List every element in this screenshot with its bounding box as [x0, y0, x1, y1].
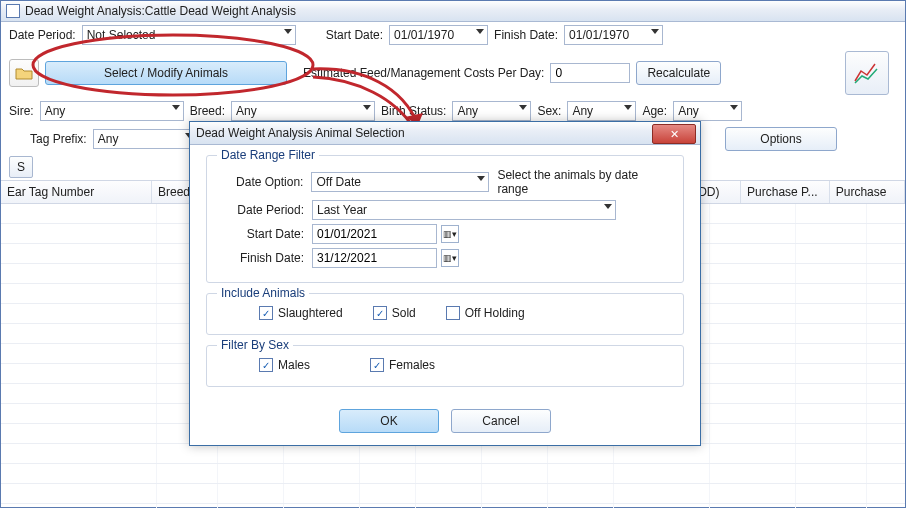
cancel-button[interactable]: Cancel: [451, 409, 551, 433]
sex-label: Sex:: [537, 104, 561, 118]
start-date-label: Start Date:: [326, 28, 383, 42]
ok-button[interactable]: OK: [339, 409, 439, 433]
tag-prefix-combo[interactable]: Any: [93, 129, 197, 149]
sold-checkbox[interactable]: Sold: [373, 306, 416, 320]
chevron-down-icon: [624, 105, 632, 110]
breed-label: Breed:: [190, 104, 225, 118]
dialog-footer: OK Cancel: [190, 403, 700, 445]
main-window: Dead Weight Analysis:Cattle Dead Weight …: [0, 0, 906, 508]
start-date-value: 01/01/1970: [394, 28, 454, 42]
s-button[interactable]: S: [9, 156, 33, 178]
females-checkbox[interactable]: Females: [370, 358, 435, 372]
chart-icon-button[interactable]: [845, 51, 889, 95]
chevron-down-icon: [730, 105, 738, 110]
dlg-date-period-label: Date Period:: [219, 203, 304, 217]
table-row[interactable]: [1, 504, 905, 508]
select-modify-animals-button[interactable]: Select / Modify Animals: [45, 61, 287, 85]
age-value: Any: [678, 104, 699, 118]
filter-row-dates: Date Period: Not Selected Start Date: 01…: [1, 22, 905, 48]
close-icon: ✕: [670, 128, 679, 141]
finish-date-label: Finish Date:: [494, 28, 558, 42]
breed-value: Any: [236, 104, 257, 118]
tag-prefix-value: Any: [98, 132, 119, 146]
col-ear-tag[interactable]: Ear Tag Number: [1, 181, 152, 203]
options-button[interactable]: Options: [725, 127, 837, 151]
options-label: Options: [760, 132, 801, 146]
chevron-down-icon: [476, 29, 484, 34]
tag-prefix-label: Tag Prefix:: [30, 132, 87, 146]
checkbox-icon: [446, 306, 460, 320]
folder-icon: [15, 66, 33, 80]
cancel-label: Cancel: [482, 414, 519, 428]
age-label: Age:: [642, 104, 667, 118]
date-period-combo[interactable]: Not Selected: [82, 25, 296, 45]
checkbox-icon: [259, 358, 273, 372]
start-date-combo[interactable]: 01/01/1970: [389, 25, 488, 45]
dialog-titlebar: Dead Weight Analysis Animal Selection ✕: [190, 122, 700, 145]
ok-label: OK: [380, 414, 397, 428]
table-row[interactable]: [1, 444, 905, 464]
select-modify-animals-label: Select / Modify Animals: [104, 66, 228, 80]
checkbox-icon: [259, 306, 273, 320]
table-row[interactable]: [1, 484, 905, 504]
filter-by-sex-group: Filter By Sex Males Females: [206, 345, 684, 387]
folder-icon-button[interactable]: [9, 59, 39, 87]
offholding-checkbox[interactable]: Off Holding: [446, 306, 525, 320]
animal-selection-dialog: Dead Weight Analysis Animal Selection ✕ …: [189, 121, 701, 446]
sire-value: Any: [45, 104, 66, 118]
sire-label: Sire:: [9, 104, 34, 118]
col-purchase[interactable]: Purchase: [830, 181, 905, 203]
chevron-down-icon: [651, 29, 659, 34]
filter-row-actions: Select / Modify Animals Estimated Feed/M…: [1, 48, 905, 98]
date-option-combo[interactable]: Off Date: [311, 172, 489, 192]
finish-date-combo[interactable]: 01/01/1970: [564, 25, 663, 45]
dlg-start-date-label: Start Date:: [219, 227, 304, 241]
males-checkbox[interactable]: Males: [259, 358, 310, 372]
females-label: Females: [389, 358, 435, 372]
slaughtered-label: Slaughtered: [278, 306, 343, 320]
checkbox-icon: [373, 306, 387, 320]
date-period-value: Not Selected: [87, 28, 156, 42]
dlg-date-period-combo[interactable]: Last Year: [312, 200, 616, 220]
filter-by-sex-title: Filter By Sex: [217, 338, 293, 352]
sex-value: Any: [572, 104, 593, 118]
chevron-down-icon: [172, 105, 180, 110]
slaughtered-checkbox[interactable]: Slaughtered: [259, 306, 343, 320]
date-option-hint: Select the animals by date range: [497, 168, 671, 196]
col-purchase-p[interactable]: Purchase P...: [741, 181, 830, 203]
breed-combo[interactable]: Any: [231, 101, 375, 121]
birth-status-label: Birth Status:: [381, 104, 446, 118]
chevron-down-icon: [519, 105, 527, 110]
chevron-down-icon: [284, 29, 292, 34]
recalculate-button[interactable]: Recalculate: [636, 61, 721, 85]
est-cost-input[interactable]: [550, 63, 630, 83]
date-range-title: Date Range Filter: [217, 148, 319, 162]
recalculate-label: Recalculate: [647, 66, 710, 80]
table-row[interactable]: [1, 464, 905, 484]
sex-combo[interactable]: Any: [567, 101, 636, 121]
chevron-down-icon: [604, 204, 612, 209]
calendar-icon[interactable]: ▥▾: [441, 225, 459, 243]
age-combo[interactable]: Any: [673, 101, 742, 121]
titlebar: Dead Weight Analysis:Cattle Dead Weight …: [1, 1, 905, 22]
s-label: S: [17, 160, 25, 174]
birth-status-combo[interactable]: Any: [452, 101, 531, 121]
calendar-icon[interactable]: ▥▾: [441, 249, 459, 267]
finish-date-value: 01/01/1970: [569, 28, 629, 42]
dialog-close-button[interactable]: ✕: [652, 124, 696, 144]
dlg-finish-date-input[interactable]: [312, 248, 437, 268]
sire-combo[interactable]: Any: [40, 101, 184, 121]
birth-status-value: Any: [457, 104, 478, 118]
est-cost-label: Estimated Feed/Management Costs Per Day:: [303, 66, 544, 80]
chart-icon: [853, 61, 881, 85]
dialog-body: Date Range Filter Date Option: Off Date …: [190, 145, 700, 403]
date-option-value: Off Date: [316, 175, 360, 189]
date-range-group: Date Range Filter Date Option: Off Date …: [206, 155, 684, 283]
dlg-start-date-input[interactable]: [312, 224, 437, 244]
chevron-down-icon: [363, 105, 371, 110]
dlg-date-period-value: Last Year: [317, 203, 367, 217]
window-title: Dead Weight Analysis:Cattle Dead Weight …: [25, 4, 296, 18]
checkbox-icon: [370, 358, 384, 372]
males-label: Males: [278, 358, 310, 372]
date-option-label: Date Option:: [219, 175, 303, 189]
